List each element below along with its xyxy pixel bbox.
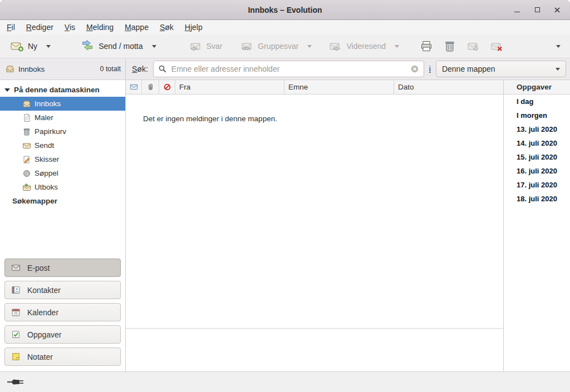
tasks-header-label: Oppgaver: [517, 83, 552, 91]
templates-icon: [22, 113, 31, 122]
sidebar-item-innboks[interactable]: Innboks: [0, 97, 125, 111]
task-group-label: 13. juli 2020: [517, 125, 557, 133]
column-fra[interactable]: Fra: [175, 80, 284, 94]
forward-button[interactable]: Videresend: [324, 37, 404, 56]
sidebar-item-utboks[interactable]: Utboks: [0, 180, 125, 194]
column-dato[interactable]: Dato: [394, 80, 503, 94]
forward-label: Videresend: [346, 42, 386, 51]
send-receive-button[interactable]: Send / motta: [76, 37, 160, 56]
search-scope-dropdown[interactable]: Denne mappen: [436, 61, 566, 77]
switcher-label: Kontakter: [27, 286, 61, 295]
switcher-kalender-button[interactable]: Kalender: [4, 303, 121, 321]
column-emne[interactable]: Emne: [284, 80, 394, 94]
minimize-button[interactable]: [511, 4, 523, 16]
current-folder-name: Innboks: [18, 65, 45, 73]
folder-label: Utboks: [35, 183, 58, 191]
toolbar-overflow-button[interactable]: [551, 42, 566, 51]
folder-label: Innboks: [35, 100, 61, 108]
junk-button[interactable]: [461, 37, 485, 56]
group-reply-button[interactable]: Gruppesvar: [235, 37, 316, 56]
not-junk-button[interactable]: [485, 37, 508, 56]
forward-icon: [328, 39, 342, 53]
message-list-header: Fra Emne Dato: [126, 80, 503, 95]
overflow-arrow-icon: [556, 45, 561, 48]
column-label: Emne: [288, 83, 308, 91]
task-group-label: 15. juli 2020: [517, 153, 557, 161]
menu-fil[interactable]: Fil: [1, 21, 21, 33]
calendar-icon: [11, 307, 21, 317]
clear-search-icon[interactable]: [410, 64, 419, 73]
tasks-panel: Oppgaver I dag I morgen 13. juli 2020 14…: [503, 80, 570, 371]
mail-icon: [11, 263, 21, 272]
group-reply-dropdown-icon[interactable]: [307, 45, 312, 48]
sidebar-item-soppel[interactable]: Søppel: [0, 166, 125, 180]
send-receive-icon: [81, 39, 94, 53]
new-message-button[interactable]: Ny: [6, 37, 55, 56]
send-receive-label: Send / motta: [99, 42, 142, 51]
switcher-notater-button[interactable]: Notater: [4, 348, 121, 366]
menu-hjelp[interactable]: Hjelp: [179, 21, 208, 33]
online-status-plug-icon[interactable]: [7, 378, 24, 386]
sidebar-item-sendt[interactable]: Sendt: [0, 138, 125, 152]
tree-root-on-this-computer[interactable]: På denne datamaskinen: [0, 83, 125, 97]
switcher-oppgaver-button[interactable]: Oppgaver: [4, 325, 121, 344]
maximize-button[interactable]: [531, 4, 543, 16]
close-icon: [554, 7, 561, 13]
search-row: Innboks 0 totalt Søk: i Denne mappen: [0, 58, 570, 80]
group-reply-label: Gruppesvar: [258, 42, 298, 51]
close-button[interactable]: [551, 4, 563, 16]
status-bar: [0, 371, 570, 392]
folder-sidebar: På denne datamaskinen Innboks: [0, 80, 126, 371]
print-icon: [420, 39, 433, 53]
preview-pane-divider[interactable]: [126, 328, 503, 329]
folder-label: Papirkurv: [35, 127, 66, 136]
trash-folder-icon: [22, 127, 31, 136]
print-button[interactable]: [415, 37, 438, 56]
delete-button[interactable]: [438, 37, 461, 56]
evolution-window: Innboks – Evolution Fil Rediger Vis Meld…: [0, 0, 570, 392]
toolbar: Ny Send / motta Svar: [0, 34, 570, 58]
menu-mappe[interactable]: Mappe: [119, 21, 154, 33]
titlebar[interactable]: Innboks – Evolution: [0, 0, 570, 20]
search-entry[interactable]: [153, 61, 424, 77]
menu-rediger[interactable]: Rediger: [21, 21, 59, 33]
menu-melding[interactable]: Melding: [81, 21, 119, 33]
menu-sok[interactable]: Søk: [154, 21, 179, 33]
task-group-label: 17. juli 2020: [517, 181, 557, 189]
tasks-icon: [11, 330, 21, 339]
task-group-18-juli: 18. juli 2020: [504, 192, 570, 206]
column-attachment[interactable]: [142, 80, 159, 94]
task-group-i-dag: I dag: [504, 95, 570, 108]
switcher-label: Notater: [27, 353, 53, 361]
column-message-status[interactable]: [126, 80, 142, 94]
task-group-label: 18. juli 2020: [517, 195, 557, 203]
reply-button[interactable]: Svar: [184, 37, 227, 56]
new-message-label: Ny: [28, 42, 37, 51]
new-mail-icon: [10, 39, 23, 53]
empty-folder-message: Det er ingen meldinger i denne mappen.: [143, 115, 277, 123]
switcher-kontakter-button[interactable]: Kontakter: [4, 281, 121, 299]
sidebar-item-skisser[interactable]: Skisser: [0, 152, 125, 166]
expander-icon[interactable]: [4, 88, 10, 92]
column-important[interactable]: [159, 80, 175, 94]
trash-icon: [443, 39, 456, 53]
task-group-17-juli: 17. juli 2020: [504, 178, 570, 192]
view-switcher: E-post Kontakter: [0, 254, 125, 371]
window-controls: [511, 0, 563, 19]
folder-label: Skisser: [35, 155, 59, 163]
reply-label: Svar: [207, 42, 223, 51]
message-list-body[interactable]: Det er ingen meldinger i denne mappen.: [126, 95, 503, 371]
sidebar-item-papirkurv[interactable]: Papirkurv: [0, 125, 125, 138]
new-dropdown-icon[interactable]: [46, 45, 51, 48]
send-receive-dropdown-icon[interactable]: [152, 45, 156, 48]
search-input[interactable]: [171, 64, 410, 73]
forward-dropdown-icon[interactable]: [395, 45, 399, 48]
switcher-epost-button[interactable]: E-post: [4, 259, 121, 277]
menu-vis[interactable]: Vis: [59, 21, 81, 33]
search-scope-connector: i: [429, 64, 431, 73]
sidebar-item-maler[interactable]: Maler: [0, 111, 125, 125]
window-title: Innboks – Evolution: [248, 6, 322, 14]
sidebar-item-sokemapper[interactable]: Søkemapper: [0, 194, 125, 208]
tasks-panel-header[interactable]: Oppgaver: [504, 80, 570, 95]
drafts-icon: [22, 155, 31, 164]
